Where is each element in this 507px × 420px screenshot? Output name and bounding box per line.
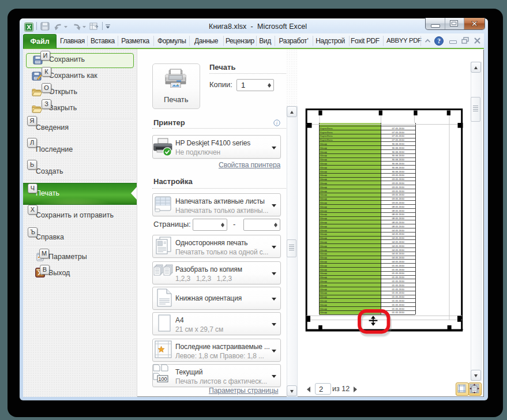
svg-text:Шкаф: Шкаф — [320, 221, 327, 224]
svg-text:Шкаф: Шкаф — [320, 201, 327, 204]
svg-text:04.05.2010: 04.05.2010 — [392, 237, 404, 239]
svg-text:Шкаф: Шкаф — [320, 229, 327, 232]
svg-text:Шкаф: Шкаф — [320, 260, 327, 263]
svg-text:01.05.2010: 01.05.2010 — [392, 308, 404, 310]
svg-text:Шкаф: Шкаф — [320, 147, 327, 149]
svg-text:Шкаф: Шкаф — [320, 276, 327, 279]
svg-text:Шкаф: Шкаф — [320, 193, 327, 196]
svg-text:03.05.2010: 03.05.2010 — [392, 174, 404, 177]
svg-text:Шкаф: Шкаф — [320, 166, 327, 169]
svg-text:01.05.2010: 01.05.2010 — [392, 268, 404, 271]
svg-text:30.06.2010: 30.06.2010 — [392, 158, 404, 161]
svg-text:Шкаф: Шкаф — [320, 162, 327, 165]
svg-text:01.05.2010: 01.05.2010 — [392, 299, 404, 302]
svg-text:08.05.2010: 08.05.2010 — [392, 221, 404, 224]
svg-text:30.06.2010: 30.06.2010 — [392, 142, 404, 145]
svg-text:01.05.2010: 01.05.2010 — [392, 284, 404, 287]
svg-text:03.05.2010: 03.05.2010 — [392, 178, 404, 181]
svg-text:Шкаф: Шкаф — [320, 151, 327, 153]
svg-text:Шкаф: Шкаф — [320, 213, 327, 216]
svg-text:01.05.2010: 01.05.2010 — [392, 276, 404, 279]
svg-text:01.05.2010: 01.05.2010 — [392, 311, 404, 314]
svg-text:08.05.2010: 08.05.2010 — [392, 225, 404, 228]
svg-text:04.05.2010: 04.05.2010 — [392, 260, 404, 263]
svg-text:30.06.2010: 30.06.2010 — [392, 154, 404, 157]
svg-text:03.05.2010: 03.05.2010 — [392, 193, 404, 196]
svg-text:Шкаф: Шкаф — [320, 232, 327, 235]
svg-text:03.05.2010: 03.05.2010 — [392, 197, 404, 200]
svg-text:Шкаф: Шкаф — [320, 225, 327, 228]
svg-text:08.05.2010: 08.05.2010 — [392, 205, 404, 208]
svg-text:Шкаф: Шкаф — [320, 154, 327, 157]
svg-text:30.06.2010: 30.06.2010 — [392, 162, 404, 165]
svg-text:03.05.2010: 03.05.2010 — [392, 190, 404, 193]
svg-text:08.05.2010: 08.05.2010 — [392, 217, 404, 220]
svg-text:03.05.2010: 03.05.2010 — [392, 186, 404, 189]
svg-text:Шкаф: Шкаф — [320, 174, 327, 177]
svg-text:30.06.2010: 30.06.2010 — [392, 170, 404, 173]
svg-text:30.06.2010: 30.06.2010 — [392, 147, 404, 149]
svg-text:Шкаф: Шкаф — [320, 205, 327, 208]
svg-text:Шкаф: Шкаф — [320, 268, 327, 271]
svg-text:Шкаф: Шкаф — [320, 249, 327, 252]
svg-text:Шкаф: Шкаф — [320, 158, 327, 161]
svg-text:08.05.2010: 08.05.2010 — [392, 209, 404, 212]
svg-text:Шкаф: Шкаф — [320, 311, 327, 314]
svg-text:04.05.2010: 04.05.2010 — [392, 249, 404, 252]
svg-text:Шкаф: Шкаф — [320, 295, 327, 298]
svg-text:01.05.2010: 01.05.2010 — [392, 303, 404, 306]
svg-text:Шкаф: Шкаф — [320, 284, 327, 287]
svg-text:01.05.2010: 01.05.2010 — [392, 264, 404, 267]
svg-text:04.05.2010: 04.05.2010 — [392, 229, 404, 232]
svg-text:Шкаф: Шкаф — [320, 256, 327, 259]
svg-text:КартоФель: КартоФель — [320, 131, 333, 134]
svg-text:Шкаф: Шкаф — [320, 272, 327, 275]
svg-text:?: ? — [437, 38, 441, 44]
svg-text:07.05.2010: 07.05.2010 — [392, 127, 404, 130]
svg-text:01.05.2010: 01.05.2010 — [392, 288, 404, 291]
svg-text:01.05.2010: 01.05.2010 — [392, 295, 404, 298]
svg-text:Шкаф: Шкаф — [320, 303, 327, 306]
svg-text:03.05.2010: 03.05.2010 — [392, 201, 404, 204]
svg-text:04.05.2010: 04.05.2010 — [392, 245, 404, 247]
svg-text:Шкаф: Шкаф — [320, 217, 327, 220]
svg-text:Шкаф: Шкаф — [320, 299, 327, 302]
svg-text:Шкаф: Шкаф — [320, 186, 327, 189]
svg-text:Шкаф: Шкаф — [320, 252, 327, 255]
svg-text:08.05.2010: 08.05.2010 — [392, 213, 404, 216]
svg-text:01.05.2010: 01.05.2010 — [392, 272, 404, 275]
svg-text:30.06.2010: 30.06.2010 — [392, 166, 404, 169]
svg-text:Шкаф: Шкаф — [320, 178, 327, 181]
svg-text:04.05.2010: 04.05.2010 — [392, 241, 404, 243]
svg-text:04.05.2010: 04.05.2010 — [392, 232, 404, 235]
svg-text:Шкаф: Шкаф — [320, 241, 327, 243]
svg-text:03.05.2010: 03.05.2010 — [392, 182, 404, 185]
svg-text:Шкаф: Шкаф — [320, 209, 327, 212]
svg-text:Шкаф: Шкаф — [320, 288, 327, 291]
svg-text:Шкаф: Шкаф — [320, 280, 327, 283]
svg-text:КартоФель: КартоФель — [320, 127, 333, 130]
svg-text:Шкаф: Шкаф — [320, 142, 327, 145]
svg-text:100: 100 — [158, 376, 167, 382]
svg-text:30.06.2010: 30.06.2010 — [392, 151, 404, 153]
svg-text:07.05.2010: 07.05.2010 — [392, 138, 404, 141]
svg-text:Шкаф: Шкаф — [320, 245, 327, 247]
svg-text:07.05.2010: 07.05.2010 — [392, 134, 404, 137]
svg-text:Шкаф: Шкаф — [320, 197, 327, 200]
svg-text:Шкаф: Шкаф — [320, 264, 327, 267]
svg-text:01.05.2010: 01.05.2010 — [392, 280, 404, 283]
svg-text:КартоФель: КартоФель — [320, 138, 333, 141]
svg-text:Шкаф: Шкаф — [320, 190, 327, 193]
svg-text:Шкаф: Шкаф — [320, 182, 327, 185]
svg-text:Шкаф: Шкаф — [320, 170, 327, 173]
svg-text:01.05.2010: 01.05.2010 — [392, 291, 404, 294]
svg-text:Шкаф: Шкаф — [320, 237, 327, 239]
svg-text:Шкаф: Шкаф — [320, 308, 327, 310]
svg-text:07.05.2010: 07.05.2010 — [392, 131, 404, 134]
svg-text:04.05.2010: 04.05.2010 — [392, 256, 404, 259]
svg-text:i: i — [276, 120, 278, 126]
svg-text:КартоФель: КартоФель — [320, 134, 333, 137]
svg-text:04.05.2010: 04.05.2010 — [392, 252, 404, 255]
svg-text:Шкаф: Шкаф — [320, 291, 327, 294]
